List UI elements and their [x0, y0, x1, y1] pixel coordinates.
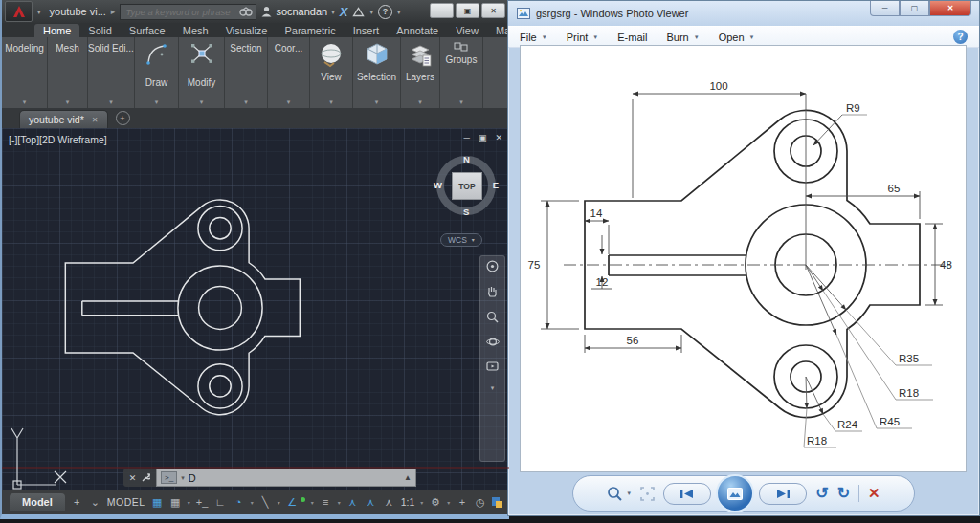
viewcube[interactable]: TOP N S W E — [434, 154, 498, 217]
panel-caret-icon[interactable]: ▾ — [2, 98, 47, 106]
annotation-scale-icon[interactable]: ⋏ — [383, 496, 395, 509]
panel-layers[interactable]: Layers ▾ — [401, 37, 439, 108]
panel-caret-icon[interactable]: ▾ — [88, 98, 134, 106]
isodraft-toggle[interactable]: ╲ — [259, 496, 272, 509]
lineweight-caret-icon[interactable]: ▾ — [338, 499, 341, 506]
tab-insert[interactable]: Insert — [345, 24, 389, 37]
viewer-minimize-button[interactable]: ─ — [870, 1, 900, 16]
dynamic-input-toggle[interactable]: +_ — [196, 496, 209, 508]
grid-toggle[interactable]: ▦ — [151, 496, 164, 509]
vp-close-icon[interactable]: ✕ — [495, 133, 502, 142]
annotation-autoscale-toggle[interactable]: ⋏ — [365, 496, 377, 509]
orbit-icon[interactable] — [486, 336, 500, 348]
close-button[interactable]: ✕ — [481, 3, 505, 18]
panel-caret-icon[interactable]: ▾ — [135, 98, 178, 106]
minimize-button[interactable]: ─ — [430, 3, 454, 18]
user-caret-icon[interactable]: ▾ — [331, 9, 335, 15]
play-slideshow-button[interactable] — [716, 474, 754, 512]
viewcube-top-face[interactable]: TOP — [452, 172, 482, 200]
command-close-icon[interactable]: ✕ — [129, 473, 137, 483]
zoom-icon[interactable] — [486, 311, 499, 323]
snap-toggle[interactable]: ▦ — [169, 496, 182, 509]
quick-access-expand-icon[interactable]: ▸ — [111, 7, 116, 16]
panel-mesh[interactable]: Mesh ▾ — [48, 37, 87, 108]
drawing-viewport[interactable]: [-][Top][2D Wireframe] ─ ▣ ✕ TOP — [2, 128, 509, 490]
viewer-titlebar[interactable]: gsrgsrg - Windows Photo Viewer ─ ▢ ✕ — [508, 1, 979, 26]
a360-triangle-icon[interactable] — [352, 7, 365, 17]
panel-selection[interactable]: Selection ▾ — [353, 37, 400, 108]
wcs-dropdown[interactable]: WCS ▾ — [440, 233, 482, 247]
help-search-box[interactable] — [120, 4, 256, 20]
recent-commands-caret-icon[interactable]: ▾ — [181, 474, 185, 481]
annotation-scale-value[interactable]: 1:1 — [401, 496, 415, 508]
panel-section[interactable]: Section ▾ — [225, 37, 267, 108]
panel-caret-icon[interactable]: ▾ — [179, 98, 224, 106]
ortho-toggle[interactable]: ∟ — [214, 496, 227, 508]
navbar-caret-icon[interactable]: ▾ — [491, 384, 495, 391]
tray-icon[interactable] — [492, 496, 502, 508]
a360-caret-icon[interactable]: ▾ — [369, 9, 373, 15]
restore-button[interactable]: ▣ — [456, 3, 479, 18]
viewer-help-button[interactable]: ? — [953, 30, 968, 44]
previous-button[interactable] — [663, 483, 711, 505]
tab-mesh[interactable]: Mesh — [174, 24, 217, 37]
binoculars-icon[interactable] — [239, 7, 253, 16]
panel-groups[interactable]: Groups ▾ — [440, 37, 482, 108]
wrench-icon[interactable] — [141, 473, 150, 483]
tab-home[interactable]: Home — [34, 24, 79, 37]
panel-view[interactable]: View ▾ — [310, 37, 352, 108]
tab-parametric[interactable]: Parametric — [276, 24, 344, 37]
viewer-close-button[interactable]: ✕ — [929, 1, 971, 16]
navwheel-icon[interactable] — [486, 260, 499, 272]
isolate-objects-button[interactable]: + — [456, 496, 468, 508]
next-button[interactable] — [759, 483, 807, 505]
compass-south[interactable]: S — [463, 207, 469, 217]
tab-surface[interactable]: Surface — [121, 24, 174, 37]
model-space-label[interactable]: MODEL — [107, 496, 145, 508]
signin-area[interactable]: socnandan ▾ — [261, 6, 334, 17]
tab-visualize[interactable]: Visualize — [217, 24, 277, 37]
showmotion-icon[interactable] — [486, 360, 499, 372]
panel-caret-icon[interactable]: ▾ — [440, 98, 482, 106]
navigation-bar[interactable]: ▾ — [479, 255, 505, 462]
scale-caret-icon[interactable]: ▾ — [420, 499, 423, 506]
clock-icon[interactable]: ◷ — [474, 496, 486, 509]
tab-view[interactable]: View — [447, 24, 487, 37]
vp-restore-icon[interactable]: ▣ — [479, 133, 487, 142]
rotate-ccw-button[interactable]: ↺ — [815, 486, 828, 501]
vp-minimize-icon[interactable]: ─ — [464, 133, 470, 142]
search-input[interactable] — [123, 6, 239, 18]
command-line-grip[interactable]: ✕ — [123, 469, 156, 487]
osnap-caret-icon[interactable]: ▾ — [311, 499, 314, 506]
polar-caret-icon[interactable]: ▾ — [251, 499, 254, 506]
delete-button[interactable]: ✕ — [868, 485, 880, 502]
isodraft-caret-icon[interactable]: ▾ — [278, 499, 280, 506]
panel-caret-icon[interactable]: ▾ — [310, 98, 352, 106]
tab-annotate[interactable]: Annotate — [388, 24, 447, 37]
menu-print[interactable]: Print ▼ — [567, 32, 599, 43]
menu-burn[interactable]: Burn ▼ — [666, 32, 699, 43]
file-tab[interactable]: youtube vid* ✕ — [19, 110, 108, 128]
file-tab-close-icon[interactable]: ✕ — [92, 116, 99, 124]
command-input[interactable]: >_ ▾ D ▲ — [156, 469, 416, 487]
layout-chevron-icon[interactable]: ⌄ — [89, 496, 101, 509]
help-caret-icon[interactable]: ▾ — [397, 9, 401, 15]
panel-caret-icon[interactable]: ▾ — [268, 98, 309, 106]
zoom-button[interactable]: ▼ — [607, 486, 632, 502]
model-layout-tab[interactable]: Model — [10, 493, 65, 511]
rotate-cw-button[interactable]: ↻ — [837, 486, 850, 501]
gear-caret-icon[interactable]: ▾ — [447, 499, 450, 506]
part-wireframe[interactable] — [65, 200, 300, 415]
snap-caret-icon[interactable]: ▾ — [188, 499, 190, 506]
viewer-maximize-button[interactable]: ▢ — [900, 1, 929, 16]
panel-modeling[interactable]: Modeling ▾ — [2, 37, 47, 108]
command-line[interactable]: ✕ >_ ▾ D ▲ — [123, 469, 416, 487]
customization-gear-icon[interactable]: ⚙ — [429, 496, 441, 509]
help-button[interactable]: ? — [378, 5, 392, 19]
menu-open[interactable]: Open ▼ — [719, 32, 755, 43]
new-drawing-button[interactable]: + — [116, 111, 130, 125]
new-layout-button[interactable]: + — [71, 496, 83, 508]
compass-east[interactable]: E — [493, 180, 499, 190]
autodesk360-icon[interactable]: X — [340, 5, 348, 19]
autocad-app-button[interactable] — [5, 1, 33, 22]
